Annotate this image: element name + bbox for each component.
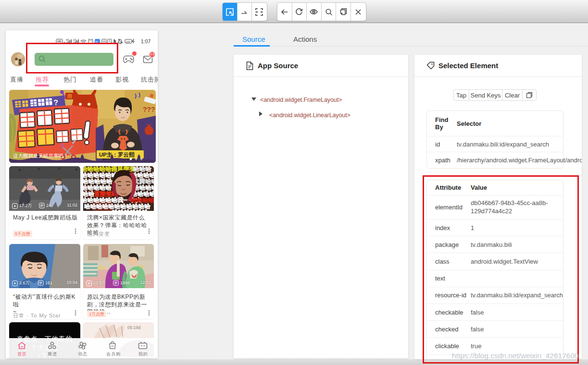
svg-text:哈哈哈哈哈哈: 哈哈哈哈哈哈: [112, 209, 149, 211]
svg-text:哈哈哈哈哈: 哈哈哈哈哈: [83, 178, 113, 185]
svg-text:用: 用: [67, 94, 72, 99]
svg-text:哈哈哈: 哈哈哈: [133, 166, 152, 172]
svg-text:JOU: JOU: [98, 266, 106, 270]
svg-text:???: ???: [143, 106, 155, 113]
svg-text:哈哈哈哈: 哈哈哈哈: [133, 184, 154, 191]
svg-text:哈哈: 哈哈: [83, 191, 95, 197]
svg-text:?: ?: [53, 98, 59, 107]
svg-text:这大概就是天赋异禀吧！: 这大概就是天赋异禀吧！: [13, 153, 69, 158]
svg-text:哈哈哈哈: 哈哈哈哈: [130, 197, 154, 204]
svg-text:2G: 2G: [73, 38, 76, 41]
svg-text:05:19d: 05:19d: [127, 325, 141, 330]
svg-text:哈哈哈哈哈哈: 哈哈哈哈哈哈: [83, 172, 118, 179]
svg-text:glu...: glu...: [139, 264, 146, 268]
svg-text:100: 100: [126, 40, 130, 43]
svg-text:UP主：罗云熙: UP主：罗云熙: [99, 152, 135, 158]
svg-text:哈哈哈哈哈: 哈哈哈哈哈: [83, 184, 112, 191]
svg-text:4G: 4G: [66, 38, 69, 41]
